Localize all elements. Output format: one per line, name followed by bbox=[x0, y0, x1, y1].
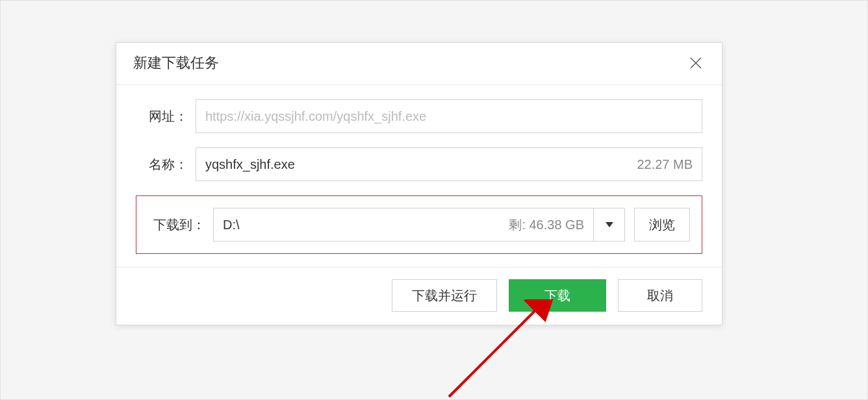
chevron-down-icon bbox=[605, 221, 614, 228]
download-button[interactable]: 下载 bbox=[509, 279, 606, 312]
svg-marker-2 bbox=[606, 222, 613, 227]
file-size-text: 22.27 MB bbox=[637, 157, 693, 172]
url-row: 网址： bbox=[136, 99, 702, 133]
name-label: 名称： bbox=[136, 156, 196, 173]
remaining-space-text: 剩: 46.38 GB bbox=[509, 216, 593, 234]
dialog-title: 新建下载任务 bbox=[133, 53, 219, 73]
url-field-box bbox=[196, 99, 702, 133]
path-dropdown-button[interactable] bbox=[593, 208, 624, 242]
dialog-footer: 下载并运行 下载 取消 bbox=[116, 267, 722, 325]
download-dialog: 新建下载任务 网址： 名称： 22.27 MB 下载到： 剩: 46.38 GB bbox=[116, 42, 722, 325]
url-label: 网址： bbox=[136, 108, 196, 125]
name-input[interactable] bbox=[205, 157, 637, 172]
name-field-box: 22.27 MB bbox=[196, 147, 702, 181]
url-input[interactable] bbox=[205, 109, 693, 124]
path-field-box: 剩: 46.38 GB bbox=[213, 208, 625, 242]
dialog-titlebar: 新建下载任务 bbox=[116, 43, 722, 85]
dialog-content: 网址： 名称： 22.27 MB 下载到： 剩: 46.38 GB 浏览 bbox=[116, 85, 722, 267]
path-label: 下载到： bbox=[148, 216, 213, 234]
browse-button[interactable]: 浏览 bbox=[634, 208, 690, 242]
path-row-highlight: 下载到： 剩: 46.38 GB 浏览 bbox=[136, 195, 702, 254]
download-and-run-button[interactable]: 下载并运行 bbox=[392, 279, 497, 312]
path-input[interactable] bbox=[214, 218, 509, 232]
name-row: 名称： 22.27 MB bbox=[136, 147, 702, 181]
cancel-button[interactable]: 取消 bbox=[618, 279, 702, 312]
close-icon[interactable] bbox=[688, 55, 704, 71]
